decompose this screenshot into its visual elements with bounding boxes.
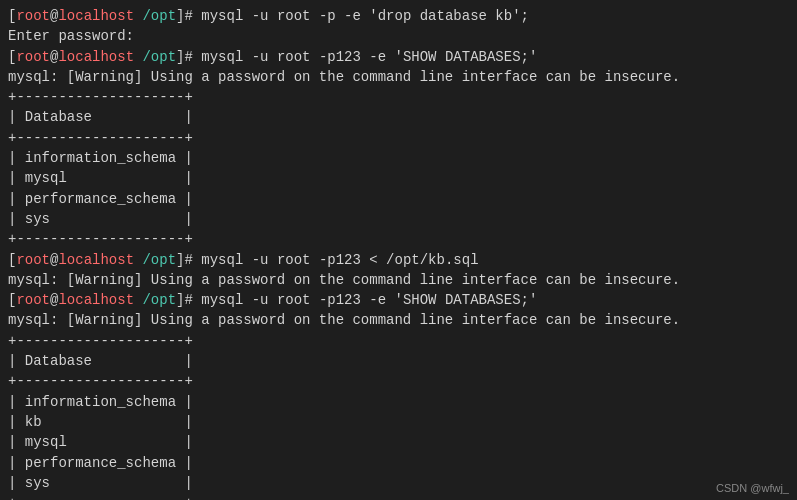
terminal-line: +--------------------+ xyxy=(8,87,789,107)
terminal-line: [root@localhost /opt]# mysql -u root -p1… xyxy=(8,290,789,310)
terminal-line: mysql: [Warning] Using a password on the… xyxy=(8,310,789,330)
terminal: [root@localhost /opt]# mysql -u root -p … xyxy=(0,0,797,500)
terminal-line: Enter password: xyxy=(8,26,789,46)
terminal-line: | kb | xyxy=(8,412,789,432)
terminal-line: mysql: [Warning] Using a password on the… xyxy=(8,67,789,87)
terminal-line: | sys | xyxy=(8,209,789,229)
terminal-line: | performance_schema | xyxy=(8,189,789,209)
terminal-line: | information_schema | xyxy=(8,148,789,168)
terminal-line: +--------------------+ xyxy=(8,229,789,249)
terminal-line: | Database | xyxy=(8,351,789,371)
terminal-line: | sys | xyxy=(8,473,789,493)
terminal-line: +--------------------+ xyxy=(8,371,789,391)
terminal-line: | performance_schema | xyxy=(8,453,789,473)
terminal-line: [root@localhost /opt]# mysql -u root -p1… xyxy=(8,250,789,270)
watermark: CSDN @wfwj_ xyxy=(716,482,789,494)
terminal-line: +--------------------+ xyxy=(8,331,789,351)
terminal-line: [root@localhost /opt]# mysql -u root -p1… xyxy=(8,47,789,67)
terminal-line: | mysql | xyxy=(8,432,789,452)
terminal-line: | Database | xyxy=(8,107,789,127)
terminal-line: [root@localhost /opt]# mysql -u root -p … xyxy=(8,6,789,26)
terminal-line: | information_schema | xyxy=(8,392,789,412)
terminal-line: | mysql | xyxy=(8,168,789,188)
terminal-line: +--------------------+ xyxy=(8,493,789,500)
terminal-line: +--------------------+ xyxy=(8,128,789,148)
terminal-line: mysql: [Warning] Using a password on the… xyxy=(8,270,789,290)
